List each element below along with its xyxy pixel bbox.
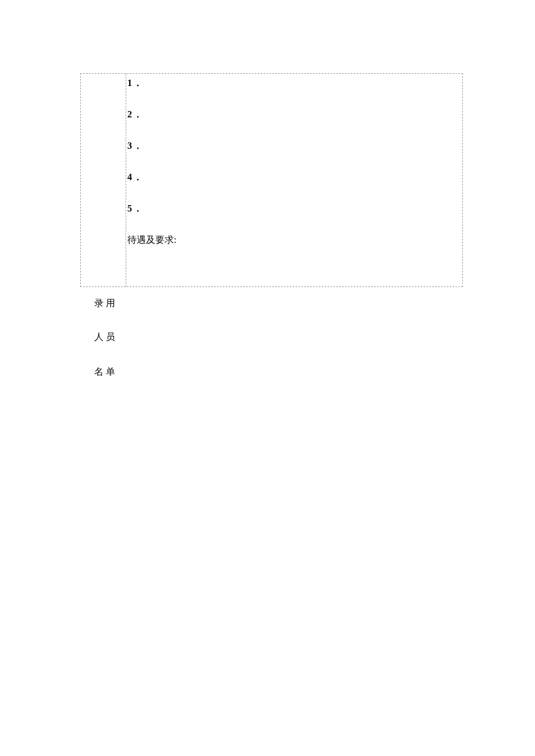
form-table: 1． 2． 3． 4． 5． 待遇及要求: <box>80 73 463 287</box>
list-item-3: 3． <box>127 140 461 152</box>
label-list: 名单 <box>94 366 117 378</box>
list-item-5: 5． <box>127 203 461 215</box>
list-item-4: 4． <box>127 171 461 184</box>
table-right-cell: 1． 2． 3． 4． 5． 待遇及要求: <box>126 74 462 286</box>
list-item-1: 1． <box>127 77 461 89</box>
requirements-label: 待遇及要求: <box>127 234 461 246</box>
list-item-2: 2． <box>127 109 461 121</box>
label-personnel: 人员 <box>94 331 117 343</box>
table-left-cell <box>81 74 126 286</box>
label-hired: 录用 <box>94 298 117 310</box>
